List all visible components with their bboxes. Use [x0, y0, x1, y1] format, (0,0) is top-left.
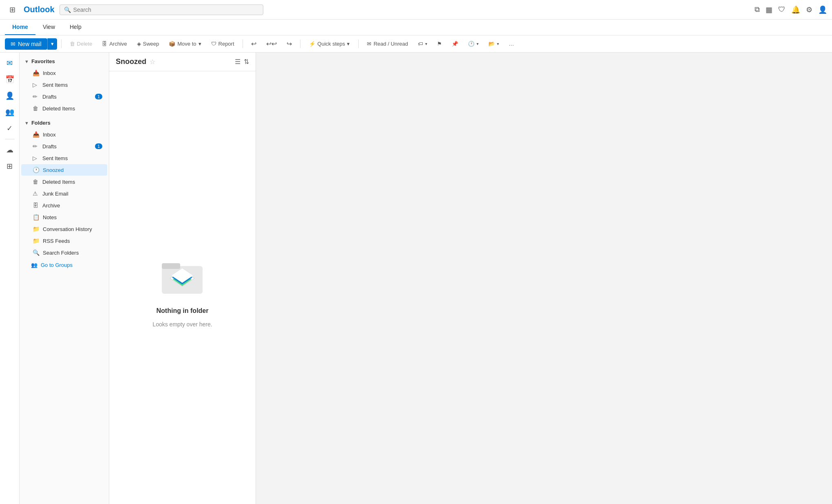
go-to-groups-label: Go to Groups [41, 262, 73, 268]
delete-button[interactable]: 🗑 Delete [66, 39, 97, 49]
quick-steps-button[interactable]: ⚡ Quick steps ▾ [305, 38, 355, 49]
email-list: Snoozed ☆ ☰ ⇅ [109, 53, 256, 504]
nav-icon-people[interactable]: 👤 [2, 88, 17, 103]
search-input[interactable] [73, 7, 259, 13]
ribbon: Home View Help ✉ New mail ▾ 🗑 Delete 🗄 A… [0, 20, 832, 53]
sidebar-item-junk[interactable]: ⚠ Junk Email [21, 188, 107, 199]
sidebar-item-rss-feeds[interactable]: 📁 RSS Feeds [21, 235, 107, 246]
search-icon: 🔍 [64, 7, 71, 13]
inbox-icon: 📥 [33, 131, 40, 138]
email-list-title: Snoozed [116, 57, 146, 66]
separator-1 [61, 40, 62, 48]
forward-button[interactable]: ↪ [282, 38, 296, 50]
flag-button[interactable]: ⚑ [433, 39, 446, 49]
sidebar-item-inbox-fav[interactable]: 📥 Inbox [21, 67, 107, 79]
nav-divider [5, 139, 15, 139]
reply-all-button[interactable]: ↩↩ [262, 38, 281, 50]
separator-4 [358, 40, 359, 48]
top-bar: ⊞ Outlook 🔍 ⧉ ▦ 🛡 🔔 ⚙ 👤 [0, 0, 832, 20]
account-icon[interactable]: 👤 [818, 5, 827, 14]
empty-folder-illustration [156, 248, 209, 301]
sidebar-item-label: Junk Email [42, 191, 102, 197]
sidebar-item-sent-fav[interactable]: ▷ Sent Items [21, 79, 107, 90]
sweep-button[interactable]: ◈ Sweep [133, 39, 163, 49]
report-icon: 🛡 [211, 41, 216, 47]
report-button[interactable]: 🛡 Report [207, 39, 238, 49]
bell-icon[interactable]: 🔔 [791, 5, 800, 14]
filter-button[interactable]: ☰ [235, 58, 241, 66]
email-list-star-icon[interactable]: ☆ [150, 58, 155, 66]
forward-icon: ↪ [287, 40, 292, 48]
sidebar-item-inbox[interactable]: 📥 Inbox [21, 129, 107, 140]
sidebar-item-deleted[interactable]: 🗑 Deleted Items [21, 176, 107, 187]
sidebar-item-sent[interactable]: ▷ Sent Items [21, 152, 107, 164]
reply-icon: ↩ [251, 40, 256, 48]
more-icon: … [509, 41, 514, 47]
rss-icon: 📁 [33, 238, 40, 244]
reading-pane [256, 53, 832, 504]
sidebar: ▼ Favorites 📥 Inbox ▷ Sent Items ✏ Draft… [20, 53, 109, 504]
tab-help[interactable]: Help [62, 20, 89, 35]
compose-view-icon[interactable]: ⧉ [755, 5, 760, 14]
tag-button[interactable]: 🏷 ▾ [414, 39, 431, 49]
search-bar[interactable]: 🔍 [60, 4, 263, 15]
sidebar-item-snoozed[interactable]: 🕐 Snoozed [21, 164, 107, 176]
move-button[interactable]: 📂 ▾ [484, 39, 503, 49]
favorites-header[interactable]: ▼ Favorites [20, 56, 109, 67]
folders-label: Folders [31, 120, 51, 126]
tab-home[interactable]: Home [5, 20, 35, 35]
tab-view[interactable]: View [35, 20, 62, 35]
chevron-down-icon-2: ▾ [347, 41, 350, 47]
nav-icon-calendar[interactable]: 📅 [2, 72, 17, 87]
move-to-button[interactable]: 📦 Move to ▾ [165, 39, 205, 49]
email-list-controls: ☰ ⇅ [235, 58, 249, 66]
drafts-badge: 1 [95, 143, 102, 149]
svg-rect-1 [162, 263, 180, 269]
sidebar-item-archive[interactable]: 🗄 Archive [21, 200, 107, 211]
nav-icon-cloud[interactable]: ☁ [2, 143, 17, 157]
delete-icon: 🗑 [70, 41, 75, 47]
empty-folder-title: Nothing in folder [157, 307, 209, 315]
read-unread-button[interactable]: ✉ Read / Unread [363, 39, 412, 49]
archive-button[interactable]: 🗄 Archive [98, 39, 131, 49]
move-to-icon: 📦 [169, 41, 175, 47]
nav-icon-apps[interactable]: ⊞ [2, 159, 17, 174]
nav-icon-todo[interactable]: ✓ [2, 121, 17, 136]
mail-icon: ✉ [11, 41, 15, 47]
nav-icon-groups[interactable]: 👥 [2, 105, 17, 119]
quick-steps-icon: ⚡ [309, 41, 316, 47]
notes-icon: 📋 [33, 214, 40, 220]
shield-top-icon[interactable]: 🛡 [778, 5, 786, 14]
folders-header[interactable]: ▼ Folders [20, 117, 109, 128]
sidebar-item-drafts[interactable]: ✏ Drafts 1 [21, 141, 107, 152]
calendar-top-icon[interactable]: ▦ [766, 5, 772, 14]
sidebar-item-label: Inbox [43, 70, 102, 76]
new-mail-dropdown-button[interactable]: ▾ [47, 38, 57, 50]
sidebar-item-search-folders[interactable]: 🔍 Search Folders [21, 247, 107, 258]
settings-icon[interactable]: ⚙ [806, 5, 812, 14]
chevron-down-icon-4: ▾ [477, 42, 479, 46]
sidebar-item-notes[interactable]: 📋 Notes [21, 211, 107, 223]
email-list-body: Nothing in folder Looks empty over here. [109, 71, 256, 504]
sidebar-item-drafts-fav[interactable]: ✏ Drafts 1 [21, 91, 107, 102]
app-grid-icon[interactable]: ⊞ [5, 2, 20, 17]
move-icon: 📂 [488, 41, 495, 47]
snoozed-icon: 🕐 [33, 167, 40, 173]
pin-button[interactable]: 📌 [448, 39, 462, 49]
groups-icon: 👥 [31, 262, 38, 268]
sidebar-item-label: Sent Items [42, 155, 102, 161]
sort-button[interactable]: ⇅ [244, 58, 249, 66]
chevron-down-icon-folders: ▼ [24, 121, 29, 125]
snooze-button[interactable]: 🕐 ▾ [464, 39, 483, 49]
sidebar-item-deleted-fav[interactable]: 🗑 Deleted Items [21, 103, 107, 114]
conv-history-icon: 📁 [33, 226, 40, 232]
drafts-icon: ✏ [33, 143, 39, 150]
archive-icon: 🗄 [102, 41, 107, 47]
more-button[interactable]: … [505, 39, 518, 49]
new-mail-button[interactable]: ✉ New mail [5, 38, 47, 50]
sidebar-item-conversation-history[interactable]: 📁 Conversation History [21, 223, 107, 235]
nav-icon-mail[interactable]: ✉ [2, 56, 17, 70]
chevron-down-icon-5: ▾ [497, 42, 499, 46]
reply-button[interactable]: ↩ [247, 38, 260, 50]
go-to-groups[interactable]: 👥 Go to Groups [20, 259, 109, 271]
